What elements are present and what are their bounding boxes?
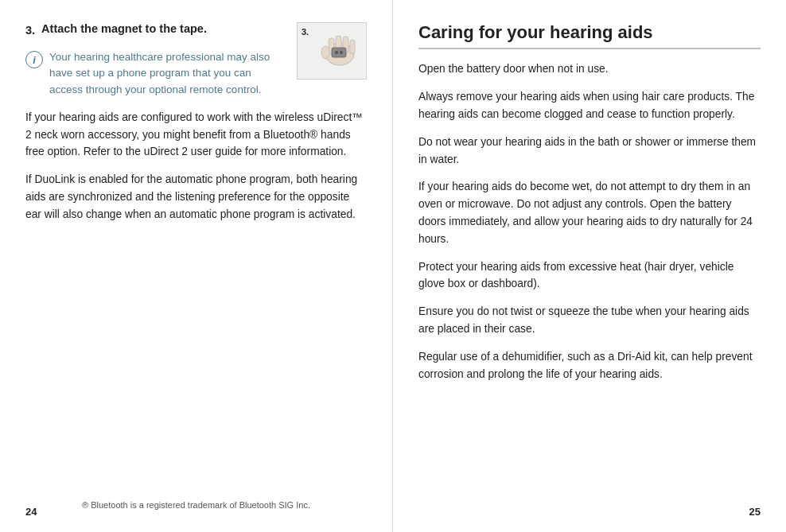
right-paragraph-2: Always remove your hearing aids when usi… [418, 88, 761, 123]
right-paragraph-4: If your hearing aids do become wet, do n… [418, 178, 761, 247]
left-page: 3. Attach the magnet to the tape. i Your… [0, 0, 393, 532]
right-paragraph-5: Protect your hearing aids from excessive… [418, 258, 761, 293]
right-page: Caring for your hearing aids Open the ba… [393, 0, 786, 532]
left-page-number: 24 [25, 506, 37, 518]
svg-text:3.: 3. [302, 27, 309, 37]
step-3-image: 3. 3. [297, 22, 367, 80]
step-3-row: 3. Attach the magnet to the tape. i Your… [25, 22, 367, 98]
paragraph-2: If DuoLink is enabled for the automatic … [25, 171, 367, 223]
step-3-svg: 3. 3. [298, 24, 365, 78]
right-paragraph-1: Open the battery door when not in use. [418, 60, 761, 78]
section-title: Caring for your hearing aids [418, 22, 761, 49]
svg-rect-9 [332, 48, 346, 57]
info-icon: i [25, 51, 43, 68]
svg-rect-7 [350, 40, 355, 54]
step-3-heading: Attach the magnet to the tape. [41, 22, 207, 35]
right-paragraph-6: Ensure you do not twist or squeeze the t… [418, 303, 761, 338]
info-box: i Your hearing healthcare professional m… [25, 49, 286, 98]
svg-point-8 [321, 46, 329, 59]
step-3-number: 3. [25, 24, 35, 37]
svg-point-10 [335, 51, 338, 54]
right-paragraph-3: Do not wear your hearing aids in the bat… [418, 134, 761, 169]
svg-point-11 [340, 51, 343, 54]
footnote: ® Bluetooth is a registered trademark of… [25, 494, 367, 510]
right-page-number: 25 [749, 506, 761, 518]
right-paragraph-7: Regular use of a dehumidifier, such as a… [418, 348, 761, 383]
paragraph-1: If your hearing aids are configured to w… [25, 109, 367, 161]
info-text: Your hearing healthcare professional may… [49, 49, 286, 98]
step-3-content: 3. Attach the magnet to the tape. i Your… [25, 22, 286, 98]
